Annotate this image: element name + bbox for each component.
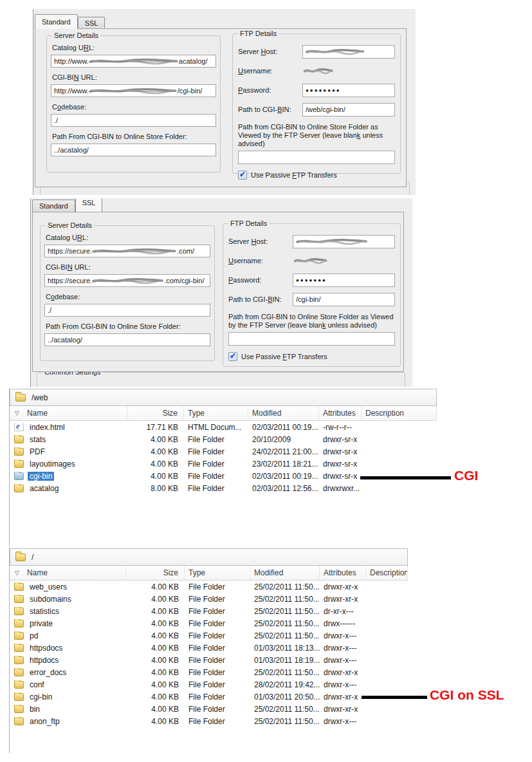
text-input[interactable]: http://www.acatalog/	[51, 55, 216, 68]
column-header-attributes[interactable]: Attributes	[319, 406, 362, 420]
table-row[interactable]: private 4.00 KB File Folder 25/02/2011 1…	[10, 617, 408, 629]
checkbox-checked-icon[interactable]	[238, 171, 247, 180]
table-row[interactable]: httpsdocs 4.00 KB File Folder 01/03/2011…	[10, 642, 408, 654]
text-input[interactable]: http://www./cgi-bin/	[51, 84, 216, 97]
file-attributes: drwxr-sr-x	[319, 447, 362, 456]
file-name[interactable]: pd	[28, 631, 40, 640]
ftp-override-path-input[interactable]	[238, 151, 395, 164]
ftp-override-path-input[interactable]	[228, 332, 395, 346]
text-input[interactable]: ●●●●●●●●	[302, 84, 395, 97]
column-header-name[interactable]: ▽Name	[10, 566, 126, 580]
table-row[interactable]: anon_ftp 4.00 KB File Folder 25/02/2011 …	[10, 715, 408, 727]
sort-indicator-icon[interactable]: ▽	[15, 410, 19, 416]
form-field: Path to CGI-BIN: /cgi-bin/	[223, 290, 400, 309]
column-header-name[interactable]: ▽Name	[10, 406, 127, 420]
file-attributes: drwxr-xr-x	[320, 705, 366, 714]
table-row[interactable]: cgi-bin 4.00 KB File Folder 01/03/2011 2…	[10, 691, 408, 703]
field-label: CGI-BIN URL:	[46, 263, 209, 272]
file-name[interactable]: httpdocs	[28, 656, 60, 665]
text-input[interactable]: https://secure..com/cgi-bin/	[44, 274, 210, 287]
tab-ssl[interactable]: SSL	[78, 17, 105, 29]
file-icon	[14, 620, 24, 627]
file-name[interactable]: statistics	[28, 607, 61, 616]
tab-standard[interactable]: Standard	[35, 14, 78, 29]
column-header-modified[interactable]: Modified	[248, 406, 319, 420]
file-name[interactable]: index.html	[28, 423, 67, 432]
file-name[interactable]: error_docs	[28, 668, 68, 677]
table-row[interactable]: acatalog 8.00 KB File Folder 02/03/2011 …	[10, 482, 437, 494]
file-icon	[14, 583, 24, 591]
file-name[interactable]: acatalog	[28, 484, 60, 493]
file-type: File Folder	[185, 668, 250, 677]
file-type: File Folder	[185, 644, 250, 653]
current-path: /web	[32, 393, 48, 402]
column-header-description[interactable]: Description	[362, 406, 436, 420]
sort-indicator-icon[interactable]: ▽	[15, 570, 19, 576]
file-name[interactable]: PDF	[28, 447, 47, 456]
passive-ftp-row: Use Passive FTP Transfers	[238, 171, 395, 180]
tab-standard[interactable]: Standard	[32, 200, 75, 212]
column-header-description[interactable]: Description	[366, 566, 407, 580]
file-attributes: drwxr-xr-x	[320, 668, 366, 677]
table-row[interactable]: PDF 4.00 KB File Folder 24/02/2011 21:00…	[10, 445, 437, 458]
text-input[interactable]: ../acatalog/	[51, 144, 216, 156]
file-name[interactable]: stats	[28, 435, 48, 444]
field-label: Username:	[228, 257, 293, 265]
path-bar[interactable]: /	[10, 548, 408, 566]
text-input[interactable]	[293, 254, 395, 268]
file-name[interactable]: web_users	[28, 582, 69, 591]
text-input[interactable]	[302, 64, 395, 78]
table-row[interactable]: layoutimages 4.00 KB File Folder 23/02/2…	[10, 458, 437, 470]
text-input[interactable]: https://secure..com/	[44, 245, 210, 257]
checkbox-checked-icon[interactable]	[228, 352, 237, 361]
column-header-attributes[interactable]: Attributes	[320, 566, 366, 580]
tab-ssl[interactable]: SSL	[75, 198, 103, 212]
table-row[interactable]: web_users 4.00 KB File Folder 25/02/2011…	[10, 581, 408, 593]
ftp-details-group: FTP Details Server Host:	[232, 33, 401, 174]
ftp-note: Path from CGI-BIN to Online Store Folder…	[233, 119, 400, 148]
text-input[interactable]: /web/cgi-bin/	[302, 103, 395, 116]
text-input[interactable]: ●●●●●●●	[293, 274, 395, 287]
form-field: Server Host:	[223, 232, 400, 251]
file-name[interactable]: subdomains	[28, 595, 73, 604]
file-name[interactable]: bin	[28, 705, 42, 714]
text-input[interactable]: ./	[44, 304, 210, 317]
file-size: 4.00 KB	[127, 447, 184, 456]
table-row[interactable]: error_docs 4.00 KB File Folder 25/02/201…	[10, 666, 408, 678]
table-row[interactable]: subdomains 4.00 KB File Folder 25/02/201…	[10, 593, 408, 605]
file-name[interactable]: layoutimages	[28, 460, 77, 469]
file-type: File Folder	[185, 656, 250, 665]
text-input[interactable]	[293, 235, 395, 248]
redaction-scribble	[294, 257, 327, 265]
column-header-size[interactable]: Size	[126, 566, 185, 580]
table-row[interactable]: index.html 17.71 KB HTML Docum... 02/03/…	[10, 421, 437, 433]
table-row[interactable]: pd 4.00 KB File Folder 25/02/2011 11:50.…	[10, 629, 408, 642]
file-name[interactable]: cgi-bin	[28, 472, 54, 481]
text-input[interactable]: /cgi-bin/	[293, 293, 395, 306]
file-name[interactable]: httpsdocs	[28, 644, 64, 653]
path-bar[interactable]: /web	[10, 389, 437, 406]
table-row[interactable]: bin 4.00 KB File Folder 25/02/2011 11:50…	[10, 703, 408, 715]
file-attributes: drwxrwxr...	[319, 484, 362, 493]
file-type: File Folder	[184, 447, 248, 456]
column-header-modified[interactable]: Modified	[250, 566, 320, 580]
text-input[interactable]: ./	[51, 114, 216, 127]
table-row[interactable]: conf 4.00 KB File Folder 28/02/2011 19:4…	[10, 678, 408, 691]
file-name[interactable]: private	[28, 619, 55, 628]
table-row[interactable]: statistics 4.00 KB File Folder 25/02/201…	[10, 605, 408, 617]
file-icon	[14, 644, 24, 652]
file-name[interactable]: cgi-bin	[28, 692, 54, 702]
file-name[interactable]: conf	[28, 680, 46, 689]
column-header-type[interactable]: Type	[185, 566, 250, 580]
file-attributes: drwx------	[320, 619, 366, 628]
text-input[interactable]: ../acatalog/	[44, 333, 210, 346]
table-row[interactable]: stats 4.00 KB File Folder 20/10/2009 drw…	[10, 433, 437, 445]
column-header-type[interactable]: Type	[184, 406, 248, 420]
form-field: Catalog URL: https://secure..com/	[41, 226, 214, 257]
table-row[interactable]: httpdocs 4.00 KB File Folder 01/03/2011 …	[10, 654, 408, 666]
file-name[interactable]: anon_ftp	[28, 717, 62, 726]
redaction-scribble	[306, 48, 365, 55]
checkbox-label: Use Passive FTP Transfers	[241, 353, 327, 360]
text-input[interactable]	[302, 45, 395, 59]
column-header-size[interactable]: Size	[127, 406, 184, 420]
